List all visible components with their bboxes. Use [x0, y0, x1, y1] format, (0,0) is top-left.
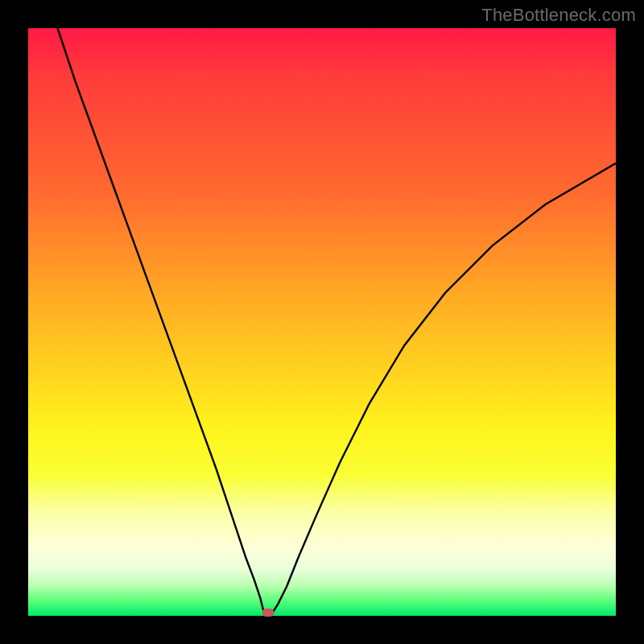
curve-right-branch [272, 163, 616, 613]
curve-left-branch [58, 28, 266, 613]
plot-area [28, 28, 616, 616]
chart-frame: TheBottleneck.com [0, 0, 644, 644]
optimal-marker [262, 609, 274, 617]
bottleneck-curve [28, 28, 616, 616]
watermark-text: TheBottleneck.com [481, 5, 636, 26]
